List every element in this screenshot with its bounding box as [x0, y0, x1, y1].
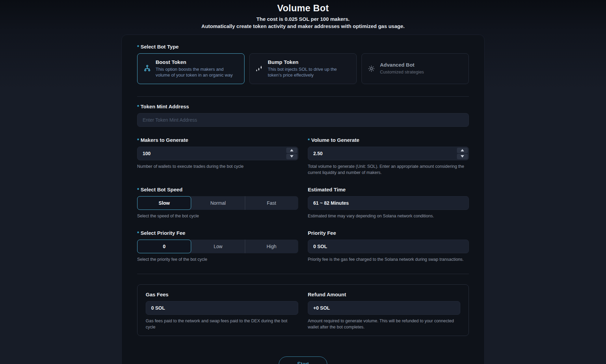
bot-type-description: Customized strategies	[380, 69, 424, 75]
bot-speed-help-text: Select the speed of the bot cycle	[137, 213, 298, 219]
arrow-down-icon	[290, 155, 293, 158]
section-divider	[137, 96, 469, 97]
gear-icon	[367, 65, 376, 72]
volume-help-text: Total volume to generate (Unit: SOL). En…	[308, 163, 469, 176]
speed-option-normal[interactable]: Normal	[191, 196, 245, 210]
refund-amount-label: Refund Amount	[308, 292, 460, 297]
priority-fee-segmented-control: 0 Low High	[137, 240, 298, 253]
bot-type-advanced-bot[interactable]: Advanced Bot Customized strategies	[361, 53, 469, 84]
makers-label: Makers to Generate	[137, 137, 298, 143]
token-mint-label: Token Mint Address	[137, 104, 469, 109]
stepper-up-button[interactable]	[286, 148, 297, 153]
page-header: Volume Bot The cost is 0.025 SOL per 100…	[0, 0, 606, 30]
description-subtitle: Automatically create token activity and …	[0, 23, 606, 30]
priority-fee-select-label: Select Priority Fee	[137, 230, 298, 236]
volume-input[interactable]	[308, 147, 469, 160]
cost-subtitle: The cost is 0.025 SOL per 100 makers.	[0, 16, 606, 23]
volume-stepper	[457, 148, 468, 159]
priority-fee-label: Priority Fee	[308, 230, 469, 236]
makers-input[interactable]	[137, 147, 298, 160]
priority-fee-value: 0 SOL	[308, 240, 469, 253]
bot-type-options: Boost Token This option boosts the maker…	[137, 53, 469, 84]
stepper-up-button[interactable]	[457, 148, 468, 153]
speed-option-slow[interactable]: Slow	[137, 196, 191, 210]
page-title: Volume Bot	[0, 3, 606, 14]
bot-type-label: Select Bot Type	[137, 44, 469, 50]
sitemap-icon	[143, 65, 151, 72]
priority-option-high[interactable]: High	[245, 240, 298, 253]
section-divider	[137, 274, 469, 274]
estimated-time-value: 61 ~ 82 Minutes	[308, 196, 469, 210]
priority-fee-help-text: Priority fee is the gas fee charged to t…	[308, 256, 469, 262]
priority-option-low[interactable]: Low	[191, 240, 245, 253]
makers-help-text: Number of wallets to execute trades duri…	[137, 163, 298, 170]
gas-fees-label: Gas Fees	[146, 292, 298, 297]
start-button[interactable]: Start	[279, 356, 327, 364]
bot-type-description: This option boosts the makers and volume…	[156, 66, 239, 78]
speed-option-fast[interactable]: Fast	[245, 196, 298, 210]
estimated-time-help-text: Estimated time may vary depending on Sol…	[308, 213, 469, 219]
bot-type-title: Bump Token	[268, 59, 351, 65]
arrow-up-icon	[290, 149, 293, 151]
volume-label: Volume to Generate	[308, 137, 469, 143]
refund-amount-value: +0 SOL	[308, 301, 460, 315]
token-mint-input[interactable]	[137, 113, 469, 127]
refund-amount-help-text: Amount required to generate volume. This…	[308, 318, 460, 330]
arrow-down-icon	[461, 155, 464, 158]
priority-option-zero[interactable]: 0	[137, 240, 191, 253]
arrow-up-icon	[461, 149, 464, 151]
fees-summary-box: Gas Fees 0 SOL Gas fees paid to the netw…	[137, 284, 469, 336]
bot-type-description: This bot injects SOL to drive up the tok…	[268, 66, 351, 78]
bot-speed-segmented-control: Slow Normal Fast	[137, 196, 298, 210]
bot-type-title: Advanced Bot	[380, 62, 424, 68]
bot-type-bump-token[interactable]: Bump Token This bot injects SOL to drive…	[249, 53, 357, 84]
estimated-time-label: Estimated Time	[308, 187, 469, 192]
stepper-down-button[interactable]	[286, 154, 297, 159]
bot-speed-label: Select Bot Speed	[137, 187, 298, 192]
makers-stepper	[286, 148, 297, 159]
gas-fees-value: 0 SOL	[146, 301, 298, 315]
stepper-down-button[interactable]	[457, 154, 468, 159]
bot-type-title: Boost Token	[156, 59, 239, 65]
volume-bot-form-card: Select Bot Type Boost Token This option …	[121, 35, 485, 364]
priority-fee-select-help-text: Select the priority fee of the bot cycle	[137, 256, 298, 262]
gas-fees-help-text: Gas fees paid to the network and swap fe…	[146, 318, 298, 330]
candlestick-icon	[255, 65, 263, 72]
bot-type-boost-token[interactable]: Boost Token This option boosts the maker…	[137, 53, 245, 84]
